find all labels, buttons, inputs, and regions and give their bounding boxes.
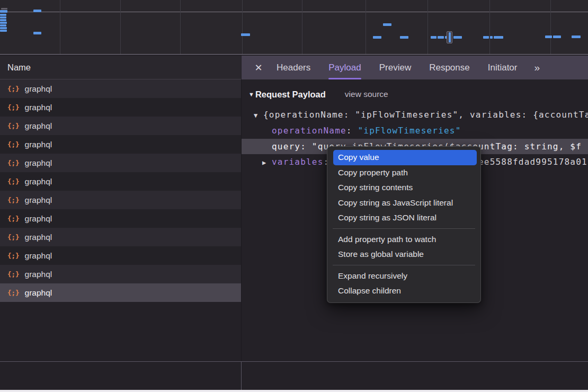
network-activity-bar	[0, 27, 7, 29]
json-icon: {;}	[7, 215, 20, 222]
request-payload-section[interactable]: ▼ Request Payload view source	[248, 86, 388, 102]
menu-separator	[333, 228, 475, 229]
network-activity-bar	[373, 36, 381, 39]
menu-item-copy-value[interactable]: Copy value	[333, 150, 477, 165]
tab-preview[interactable]: Preview	[379, 56, 411, 79]
menu-item-copy-property-path[interactable]: Copy property path	[333, 165, 477, 181]
request-name: graphql	[25, 158, 52, 168]
menu-item-store-as-global-variable[interactable]: Store as global variable	[333, 247, 477, 262]
key-value-separator: :	[346, 126, 358, 136]
network-overview[interactable]	[0, 0, 588, 55]
detail-tabs: ✕ HeadersPayloadPreviewResponseInitiator…	[242, 56, 588, 79]
menu-item-copy-string-as-javascript-literal[interactable]: Copy string as JavaScript literal	[333, 195, 477, 211]
overview-scrubber-bar	[449, 32, 451, 42]
request-name: graphql	[25, 121, 52, 131]
overview-gridline	[180, 0, 181, 54]
view-source-link[interactable]: view source	[345, 90, 388, 99]
property-value: "ipFlowTimeseries"	[358, 126, 461, 136]
menu-item-copy-string-contents[interactable]: Copy string contents	[333, 180, 477, 195]
tab-headers[interactable]: Headers	[277, 56, 310, 79]
network-activity-bar	[1, 8, 7, 10]
network-activity-bar	[0, 16, 6, 19]
overview-gridline	[302, 0, 302, 54]
summary-bar	[0, 361, 588, 390]
json-icon: {;}	[7, 177, 20, 185]
overview-gridline	[242, 0, 243, 54]
json-icon: {;}	[7, 159, 20, 167]
network-activity-bar	[483, 36, 489, 39]
request-row[interactable]: {;}graphql	[0, 228, 241, 246]
menu-item-collapse-children[interactable]: Collapse children	[333, 283, 477, 299]
overview-gridline	[427, 0, 428, 54]
overview-gridline	[550, 0, 551, 54]
expand-arrow-icon[interactable]: ▼	[254, 108, 263, 123]
request-row[interactable]: {;}graphql	[0, 283, 241, 302]
network-activity-bar	[241, 33, 250, 36]
request-row[interactable]: {;}graphql	[0, 135, 241, 154]
request-name: graphql	[25, 251, 52, 261]
tab-initiator[interactable]: Initiator	[488, 56, 518, 79]
overview-gridline	[60, 0, 60, 54]
network-activity-bar	[453, 36, 462, 39]
payload-row-root[interactable]: ▼{operationName: "ipFlowTimeseries", var…	[242, 107, 588, 122]
devtools-network-panel: Name {;}graphql{;}graphql{;}graphql{;}gr…	[0, 0, 588, 392]
more-tabs-icon[interactable]: »	[534, 62, 539, 74]
request-row[interactable]: {;}graphql	[0, 191, 241, 209]
network-activity-bar	[0, 14, 6, 16]
network-activity-bar	[553, 35, 561, 38]
json-icon: {;}	[7, 252, 20, 260]
overview-gridline	[366, 0, 366, 54]
request-name: graphql	[25, 103, 52, 112]
menu-item-expand-recursively[interactable]: Expand recursively	[333, 269, 477, 284]
context-menu: Copy valueCopy property pathCopy string …	[327, 146, 481, 303]
tab-response[interactable]: Response	[429, 56, 470, 79]
network-activity-bar	[0, 19, 6, 21]
json-icon: {;}	[7, 270, 20, 278]
requests-table: Name {;}graphql{;}graphql{;}graphql{;}gr…	[0, 56, 241, 361]
network-activity-bar	[545, 35, 552, 38]
name-column-header[interactable]: Name	[0, 56, 241, 79]
network-activity-bar	[0, 22, 7, 24]
close-icon[interactable]: ✕	[253, 62, 264, 74]
json-icon: {;}	[7, 103, 20, 111]
request-name: graphql	[25, 233, 52, 242]
request-row[interactable]: {;}graphql	[0, 246, 241, 265]
request-name: graphql	[25, 84, 52, 94]
section-expand-icon[interactable]: ▼	[248, 91, 254, 97]
collapsed-arrow-icon[interactable]: ▶	[262, 155, 272, 171]
network-activity-bar	[490, 36, 493, 39]
request-row[interactable]: {;}graphql	[0, 79, 241, 98]
request-name: graphql	[25, 177, 52, 186]
request-rows: {;}graphql{;}graphql{;}graphql{;}graphql…	[0, 79, 241, 302]
request-name: graphql	[25, 140, 52, 149]
network-activity-bar	[383, 23, 391, 26]
request-row[interactable]: {;}graphql	[0, 117, 241, 135]
json-icon: {;}	[7, 196, 20, 204]
property-key: operationName	[272, 126, 346, 136]
property-key: variables	[272, 157, 324, 167]
tab-payload[interactable]: Payload	[328, 56, 361, 79]
menu-item-copy-string-as-json-literal[interactable]: Copy string as JSON literal	[333, 210, 477, 226]
request-row[interactable]: {;}graphql	[0, 209, 241, 228]
network-activity-bar	[0, 10, 7, 13]
overview-lane-divider	[0, 12, 588, 12]
payload-row-operation-name[interactable]: operationName: "ipFlowTimeseries"	[242, 123, 588, 138]
network-activity-bar	[494, 36, 503, 39]
request-name: graphql	[25, 288, 52, 298]
request-row[interactable]: {;}graphql	[0, 172, 241, 191]
network-activity-bar	[33, 32, 41, 34]
request-name: graphql	[25, 195, 52, 205]
menu-item-add-property-path-to-watch[interactable]: Add property path to watch	[333, 232, 477, 247]
json-icon: {;}	[7, 85, 20, 93]
request-row[interactable]: {;}graphql	[0, 265, 241, 283]
menu-separator	[333, 265, 475, 265]
overview-gridline	[120, 0, 121, 54]
section-title: Request Payload	[255, 90, 326, 100]
network-activity-bar	[400, 36, 408, 39]
request-row[interactable]: {;}graphql	[0, 98, 241, 117]
request-row[interactable]: {;}graphql	[0, 154, 241, 172]
request-name: graphql	[25, 214, 52, 224]
json-icon: {;}	[7, 233, 20, 241]
tabs-holder: HeadersPayloadPreviewResponseInitiator	[277, 56, 517, 79]
overview-gridline	[489, 0, 490, 54]
